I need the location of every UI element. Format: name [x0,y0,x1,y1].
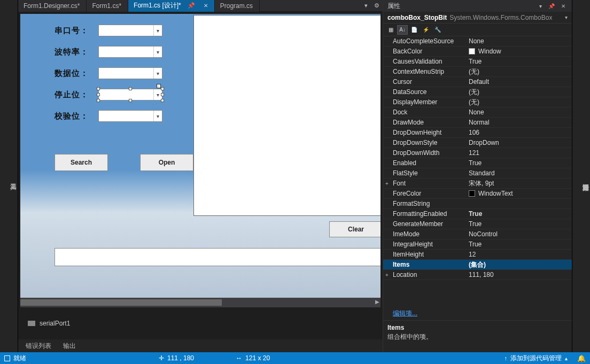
property-row[interactable]: ImeModeNoControl [383,229,572,239]
source-control-button[interactable]: ↑添加到源代码管理▴ [504,354,568,363]
property-value[interactable]: 宋体, 9pt [465,179,572,188]
size-icon: ↔ [236,354,242,362]
close-icon[interactable]: ✕ [204,3,208,9]
property-value[interactable]: Standard [465,169,572,177]
expand-icon[interactable]: + [383,181,391,187]
property-value[interactable]: 121 [465,149,572,157]
close-icon[interactable]: ✕ [559,3,568,9]
property-grid[interactable]: AutoCompleteSourceNoneBackColorWindowCau… [383,36,572,307]
pin-icon[interactable]: 📌 [546,3,557,9]
property-value[interactable]: True [465,58,572,65]
combo-parity[interactable]: ▾ [98,110,162,122]
horizontal-scrollbar[interactable]: ◀▶ [20,298,381,307]
property-row[interactable]: DropDownStyleDropDown [383,138,572,148]
property-value[interactable]: (无) [465,88,572,97]
tab-output[interactable]: 输出 [58,340,81,352]
toolbox-strip[interactable]: 工具箱 [0,0,18,352]
status-bar: 就绪 ✛111 , 180 ↔121 x 20 ↑添加到源代码管理▴ 🔔 [0,352,590,364]
combo-stopbit[interactable]: ▾ ▸ [98,89,162,100]
property-row[interactable]: +Location111, 180 [383,270,572,280]
property-value[interactable]: Default [465,78,572,86]
tab-form-cs[interactable]: Form1.cs* [87,0,128,12]
solution-explorer-strip[interactable]: 解决方案资源管理器 [572,0,590,352]
smart-tag-icon[interactable]: ▸ [157,84,161,88]
property-value[interactable]: WindowText [465,190,572,197]
property-row[interactable]: +Font宋体, 9pt [383,179,572,189]
property-row[interactable]: DisplayMember(无) [383,97,572,107]
property-row[interactable]: BackColorWindow [383,47,572,57]
status-square-icon [4,355,10,361]
pin-icon[interactable]: 📌 [184,2,198,9]
property-value[interactable]: True [465,210,572,218]
property-value[interactable]: Normal [465,119,572,126]
gear-icon[interactable]: ⚙ [371,2,383,9]
form-designer-surface[interactable]: 串口号：▾ 波特率：▾ 数据位：▾ 停止位： ▾ ▸ 校验位：▾ [18,12,383,298]
property-row[interactable]: EnabledTrue [383,158,572,168]
notifications-icon[interactable]: 🔔 [577,354,586,362]
property-row[interactable]: DropDownWidth121 [383,148,572,158]
property-value[interactable]: 106 [465,129,572,136]
window-dropdown-icon[interactable]: ▾ [537,3,544,9]
open-button[interactable]: Open [140,154,193,171]
property-row[interactable]: DrawModeNormal [383,118,572,128]
property-row[interactable]: IntegralHeightTrue [383,239,572,250]
property-name: ImeMode [391,230,465,238]
alphabetical-icon[interactable]: A↓ [397,25,408,35]
property-row[interactable]: AutoCompleteSourceNone [383,36,572,47]
property-name: ContextMenuStrip [391,68,465,75]
property-row[interactable]: DropDownHeight106 [383,128,572,138]
property-row[interactable]: GenerateMemberTrue [383,219,572,229]
property-value[interactable]: (无) [465,67,572,76]
property-value[interactable]: True [465,241,572,248]
property-row[interactable]: FormatString [383,199,572,209]
object-selector[interactable]: comboBox_StopBit System.Windows.Forms.Co… [383,12,572,24]
property-value[interactable]: DropDown [465,139,572,146]
property-pages-icon[interactable]: 🔧 [432,25,443,35]
property-row[interactable]: Items(集合) [383,260,572,270]
combo-baud[interactable]: ▾ [98,46,162,58]
property-row[interactable]: DataSource(无) [383,87,572,97]
tab-program-cs[interactable]: Program.cs [215,0,260,12]
property-value[interactable]: True [465,159,572,167]
combo-port[interactable]: ▾ [98,25,162,36]
tab-designer-file[interactable]: Form1.Designer.cs* [18,0,87,12]
search-button[interactable]: Search [55,154,108,171]
categorized-icon[interactable]: ▦ [385,25,396,35]
property-name: AutoCompleteSource [391,37,465,45]
property-value[interactable]: True [465,220,572,228]
property-value[interactable]: (无) [465,98,572,107]
property-row[interactable]: ContextMenuStrip(无) [383,67,572,77]
property-name: Font [391,180,465,187]
property-value[interactable]: (集合) [465,260,572,269]
property-value[interactable]: 12 [465,251,572,258]
text-panel[interactable] [193,15,383,216]
property-value[interactable]: None [465,37,572,45]
property-value[interactable]: NoControl [465,230,572,238]
property-row[interactable]: ItemHeight12 [383,250,572,260]
combo-databit[interactable]: ▾ [98,67,162,79]
panel-title: 属性 [387,2,535,11]
properties-icon[interactable]: 📄 [409,25,420,35]
clear-button[interactable]: Clear [329,221,383,237]
property-row[interactable]: FlatStyleStandard [383,168,572,179]
tab-overflow-icon[interactable]: ▾ [361,2,371,9]
property-row[interactable]: CausesValidationTrue [383,57,572,67]
property-row[interactable]: CursorDefault [383,77,572,87]
property-value[interactable]: None [465,109,572,116]
property-row[interactable]: DockNone [383,107,572,118]
property-value[interactable]: 111, 180 [465,271,572,278]
status-ready: 就绪 [13,354,26,363]
property-value[interactable]: Window [465,48,572,55]
tab-error-list[interactable]: 错误列表 [20,340,57,352]
tray-serialport[interactable]: serialPort1 [40,320,70,327]
property-row[interactable]: FormattingEnabledTrue [383,209,572,219]
events-icon[interactable]: ⚡ [421,25,431,35]
expand-icon[interactable]: + [383,272,391,278]
output-textbox[interactable] [55,248,383,266]
property-row[interactable]: ForeColorWindowText [383,189,572,199]
chevron-down-icon: ▾ [153,68,162,79]
edit-items-link[interactable]: 编辑项... [393,309,417,317]
tab-form-design[interactable]: Form1.cs [设计]*📌✕ [128,0,215,12]
property-name: BackColor [391,48,465,55]
property-description: Items 组合框中的项。 [383,320,572,352]
